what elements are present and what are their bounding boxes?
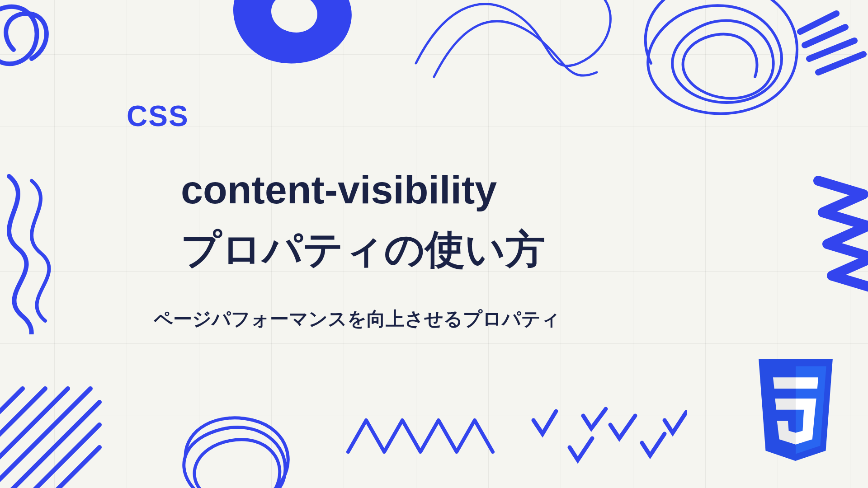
category-label: CSS <box>127 99 560 133</box>
title-line-2: プロパティの使い方 <box>181 220 560 279</box>
title-line-1: content-visibility <box>181 160 560 220</box>
page-title: content-visibility プロパティの使い方 <box>181 160 560 279</box>
main-content: CSS content-visibility プロパティの使い方 ページパフォー… <box>127 99 560 332</box>
page-subtitle: ページパフォーマンスを向上させるプロパティ <box>154 306 560 332</box>
css3-logo-icon <box>750 359 841 461</box>
